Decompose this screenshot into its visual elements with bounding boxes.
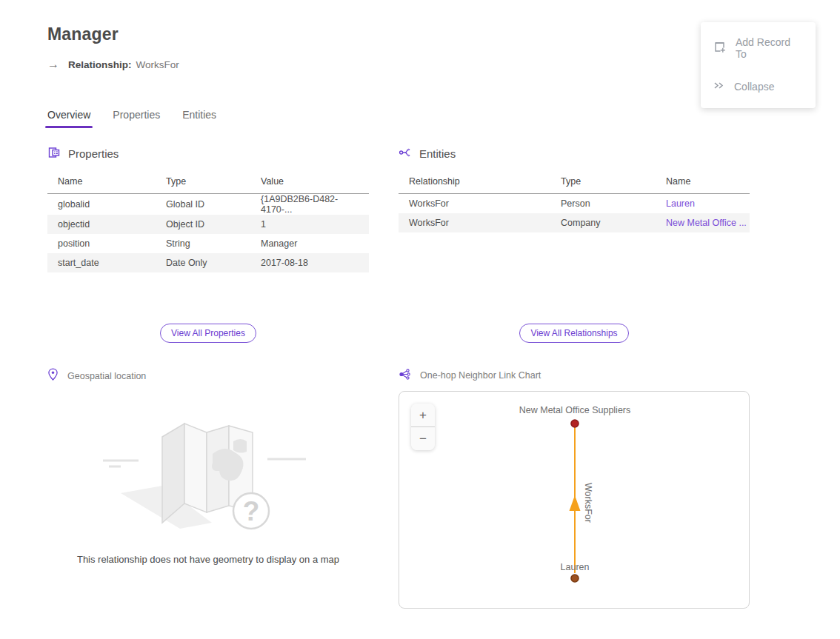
link-chart-graph: WorksFor New Metal Office Suppliers Laur…: [399, 392, 749, 608]
property-type: Object ID: [156, 215, 250, 234]
properties-icon: [47, 146, 61, 161]
edge-label: WorksFor: [583, 483, 593, 523]
entity-name-link[interactable]: Lauren: [666, 198, 695, 209]
breadcrumb-label: Relationship:: [68, 59, 132, 70]
properties-section: Properties Name Type Value globalid Glob…: [47, 146, 369, 272]
property-name: objectid: [47, 215, 156, 234]
entities-section-title: Entities: [419, 147, 456, 160]
property-type: String: [156, 234, 250, 253]
property-value: 2017-08-18: [250, 253, 369, 272]
breadcrumb: → Relationship: WorksFor: [47, 58, 179, 71]
entities-section: Entities Relationship Type Name WorksFor…: [399, 146, 750, 232]
collapse-icon: [713, 79, 725, 94]
edge-arrowhead: [570, 495, 581, 511]
map-empty-illustration: ?: [47, 413, 369, 542]
property-value: Manager: [250, 234, 369, 253]
column-header-type: Type: [550, 174, 656, 194]
property-type: Global ID: [156, 194, 250, 215]
zoom-out-button[interactable]: −: [411, 427, 435, 450]
table-row: objectid Object ID 1: [47, 215, 369, 234]
link-chart-section-header: One-hop Neighbor Link Chart: [399, 368, 541, 383]
property-value: 1: [250, 215, 369, 234]
tab-overview[interactable]: Overview: [47, 107, 90, 128]
column-header-relationship: Relationship: [399, 174, 550, 194]
geospatial-section-title: Geospatial location: [67, 371, 146, 381]
node-person[interactable]: [571, 575, 579, 582]
link-chart-canvas[interactable]: + − WorksFor New Metal Office Suppliers …: [399, 391, 750, 609]
properties-table-header-row: Name Type Value: [47, 174, 369, 194]
property-value: {1A9DB2B6-D482-4170-...: [250, 194, 369, 215]
tab-bar: Overview Properties Entities: [47, 107, 216, 128]
table-row: position String Manager: [47, 234, 369, 253]
page-title: Manager: [47, 24, 119, 44]
entities-table-header-row: Relationship Type Name: [399, 174, 750, 194]
svg-text:?: ?: [243, 496, 260, 526]
tab-properties[interactable]: Properties: [113, 107, 160, 128]
tab-entities[interactable]: Entities: [182, 107, 216, 128]
menu-item-label: Add Record To: [736, 36, 804, 60]
link-chart-section-title: One-hop Neighbor Link Chart: [420, 370, 541, 381]
column-header-name: Name: [656, 174, 750, 194]
column-header-type: Type: [156, 174, 250, 194]
menu-item-add-record-to[interactable]: Add Record To: [701, 27, 816, 70]
property-name: globalid: [47, 194, 156, 215]
add-record-icon: [713, 40, 727, 56]
property-name: start_date: [47, 253, 156, 272]
node-company[interactable]: [571, 420, 579, 427]
table-row: start_date Date Only 2017-08-18: [47, 253, 369, 272]
entity-type: Person: [550, 194, 656, 213]
property-type: Date Only: [156, 253, 250, 272]
geospatial-section-header: Geospatial location: [47, 368, 146, 384]
properties-section-title: Properties: [68, 147, 119, 160]
right-arrow-icon: →: [47, 58, 59, 71]
menu-item-label: Collapse: [734, 81, 774, 93]
column-header-name: Name: [47, 174, 156, 194]
zoom-in-button[interactable]: +: [411, 404, 435, 426]
relationships-button-row: View All Relationships: [399, 324, 750, 343]
entity-relationship: WorksFor: [399, 194, 550, 213]
properties-button-row: View All Properties: [47, 324, 369, 343]
entity-type: Company: [550, 213, 656, 232]
node-label-person: Lauren: [561, 562, 590, 572]
entity-relationship: WorksFor: [399, 213, 550, 232]
node-label-company: New Metal Office Suppliers: [519, 405, 631, 415]
entities-icon: [399, 146, 412, 161]
view-all-properties-button[interactable]: View All Properties: [160, 324, 256, 343]
table-row: globalid Global ID {1A9DB2B6-D482-4170-.…: [47, 194, 369, 215]
menu-item-collapse[interactable]: Collapse: [701, 70, 816, 104]
record-detail-page: { "page": { "title": "Manager", "breadcr…: [0, 0, 840, 639]
entities-table: Relationship Type Name WorksFor Person L…: [399, 174, 750, 232]
table-row: WorksFor Person Lauren: [399, 194, 750, 213]
breadcrumb-value: WorksFor: [136, 59, 179, 70]
entities-section-header: Entities: [399, 146, 750, 161]
property-name: position: [47, 234, 156, 253]
column-header-value: Value: [250, 174, 369, 194]
record-actions-menu: Add Record To Collapse: [701, 22, 816, 108]
link-chart-icon: [399, 368, 411, 383]
properties-table: Name Type Value globalid Global ID {1A9D…: [47, 174, 369, 272]
table-row: WorksFor Company New Metal Office ...: [399, 213, 750, 232]
view-all-relationships-button[interactable]: View All Relationships: [519, 324, 628, 343]
entity-name-link[interactable]: New Metal Office ...: [666, 218, 747, 228]
map-zoom-control: + −: [411, 404, 435, 450]
geometry-empty-message: This relationship does not have geometry…: [36, 554, 381, 565]
map-pin-icon: [47, 368, 59, 384]
properties-section-header: Properties: [47, 146, 369, 161]
